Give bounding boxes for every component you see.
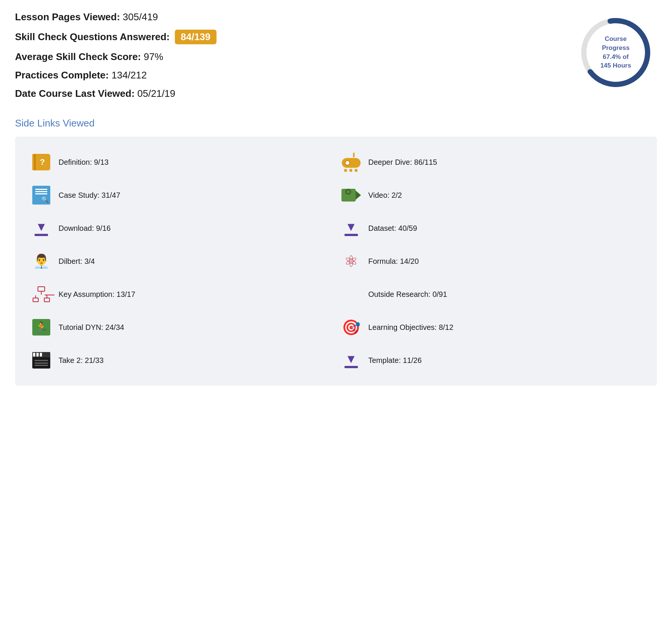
list-item: 👨‍💼 Dilbert: 3/4 [26,245,336,278]
submarine-icon [340,151,362,173]
list-item: ? Definition: 9/13 [26,146,336,179]
template-icon: ▼ [340,349,362,372]
book-icon: ? [30,151,53,173]
take2-icon [30,349,53,372]
video-label: Video: 2/2 [368,191,402,200]
list-item: Deeper Dive: 86/115 [336,146,646,179]
skill-check-row: Skill Check Questions Answered: 84/139 [15,30,574,44]
side-links-grid: ? Definition: 9/13 🔍 Case Study: 31/47 ▼ [15,137,657,386]
tutorial-icon: 🏃 [30,316,53,339]
list-item: Key Assumption: 13/17 [26,278,336,311]
stats-section: Lesson Pages Viewed: 305/419 Skill Check… [15,11,657,106]
list-item: ▼ Download: 9/16 [26,212,336,245]
right-column: Deeper Dive: 86/115 Video: 2/2 ▼ [336,146,646,377]
list-item: 🎯 Learning Objectives: 8/12 [336,311,646,344]
lesson-pages-row: Lesson Pages Viewed: 305/419 [15,11,574,23]
list-item: 🔍 Case Study: 31/47 [26,179,336,212]
list-item: Outside Research: 0/91 [336,278,646,311]
definition-label: Definition: 9/13 [59,158,108,167]
lesson-pages-label: Lesson Pages Viewed: [15,11,120,23]
list-item: 🏃 Tutorial DYN: 24/34 [26,311,336,344]
lesson-pages-value: 305/419 [123,11,158,23]
side-links-header: Side Links Viewed [15,117,657,129]
deeper-dive-label: Deeper Dive: 86/115 [368,158,437,167]
download-icon: ▼ [30,217,53,239]
list-item: ▼ Dataset: 40/59 [336,212,646,245]
left-column: ? Definition: 9/13 🔍 Case Study: 31/47 ▼ [26,146,336,377]
progress-hours: 145 Hours [593,62,638,71]
outside-research-label: Outside Research: 0/91 [368,290,447,299]
skill-check-label: Skill Check Questions Answered: [15,31,170,42]
list-item: ⚛ Formula: 14/20 [336,245,646,278]
list-item: Video: 2/2 [336,179,646,212]
date-label: Date Course Last Viewed: [15,88,135,99]
practices-value: 134/212 [111,69,147,81]
avg-score-value: 97% [144,51,163,62]
progress-circle: Course Progress 67.4% of 145 Hours [578,15,653,90]
progress-text: Course Progress 67.4% of 145 Hours [593,35,638,70]
avg-score-row: Average Skill Check Score: 97% [15,51,574,63]
dilbert-icon: 👨‍💼 [30,250,53,272]
avg-score-label: Average Skill Check Score: [15,51,141,62]
skill-check-badge: 84/139 [175,30,217,44]
key-assumption-label: Key Assumption: 13/17 [59,290,135,299]
progress-subtitle: Progress [593,44,638,53]
learning-objectives-icon: 🎯 [340,316,362,339]
date-row: Date Course Last Viewed: 05/21/19 [15,88,574,99]
tutorial-label: Tutorial DYN: 24/34 [59,323,124,332]
dilbert-label: Dilbert: 3/4 [59,257,95,266]
dataset-icon: ▼ [340,217,362,239]
download-label: Download: 9/16 [59,224,111,233]
learning-objectives-label: Learning Objectives: 8/12 [368,323,454,332]
progress-circle-container: Course Progress 67.4% of 145 Hours [574,15,657,90]
stats-left: Lesson Pages Viewed: 305/419 Skill Check… [15,11,574,106]
progress-percent: 67.4% of [593,53,638,62]
outside-research-icon [340,283,362,305]
formula-label: Formula: 14/20 [368,257,419,266]
list-item: Take 2: 21/33 [26,344,336,377]
list-item: ▼ Template: 11/26 [336,344,646,377]
template-label: Template: 11/26 [368,356,422,365]
key-assumption-icon [30,283,53,305]
atom-icon: ⚛ [340,250,362,272]
progress-title: Course [593,35,638,44]
practices-row: Practices Complete: 134/212 [15,69,574,81]
dataset-label: Dataset: 40/59 [368,224,417,233]
date-value: 05/21/19 [137,88,175,99]
case-study-label: Case Study: 31/47 [59,191,120,200]
take2-label: Take 2: 21/33 [59,356,104,365]
camera-icon [340,184,362,206]
case-study-icon: 🔍 [30,184,53,206]
practices-label: Practices Complete: [15,69,109,81]
